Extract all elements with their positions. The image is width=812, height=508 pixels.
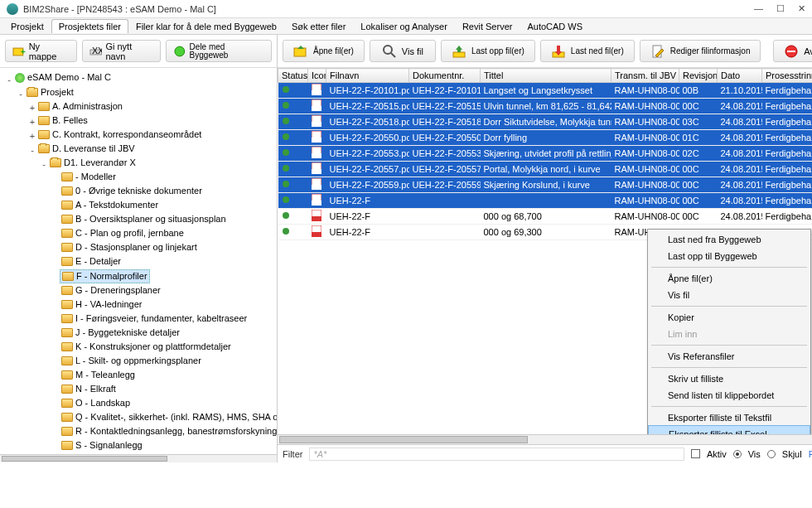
vis-radio[interactable] [733, 450, 742, 458]
download-button[interactable]: Last ned fil(er) [540, 40, 635, 62]
cell-dok: UEH-22-F-20557 [409, 162, 481, 177]
context-menu-item[interactable]: Last opp til Byggeweb [648, 248, 810, 264]
tree-node[interactable]: H - VA-ledninger [60, 298, 144, 311]
tree-node[interactable]: C. Kontrakt, korrespondanseområdet [36, 128, 203, 141]
context-menu-item[interactable]: Vis Referansfiler [648, 348, 810, 365]
tree-node[interactable]: I - Føringsveier, fundamenter, kabeltras… [60, 312, 249, 325]
context-menu-item[interactable]: Skriv ut filliste [648, 370, 810, 387]
column-header[interactable]: Filnavn [326, 69, 409, 83]
tree-node[interactable]: Q - Kvalitet-, sikkerhet- (inkl. RAMS), … [60, 411, 277, 423]
tree-node[interactable]: C - Plan og profil, jernbane [60, 227, 186, 239]
table-row[interactable]: UEH-22-F-20518.pdfUEH-22-F-20518Dorr Sik… [278, 114, 813, 130]
table-row[interactable]: UEH-22-F-20101.pdfUEH-22-F-20101Langset … [278, 83, 813, 99]
scrollbar-thumb[interactable] [279, 436, 528, 443]
column-header[interactable]: Status [278, 69, 308, 83]
table-row[interactable]: UEH-22-F-20557.pdfUEH-22-F-20557Portal, … [278, 162, 813, 177]
menu-tab[interactable]: Revit Server [455, 19, 520, 33]
expand-toggle[interactable]: - [17, 88, 25, 100]
menu-tab[interactable]: Lokaliser og Analyser [353, 19, 455, 33]
menu-tab[interactable]: Søk etter filer [284, 19, 353, 33]
column-header[interactable]: Icon [308, 69, 326, 83]
tree-node[interactable]: D - Stasjonsplaner og linjekart [60, 241, 199, 254]
expand-toggle[interactable]: - [40, 158, 48, 171]
expand-toggle[interactable]: - [28, 144, 36, 157]
context-menu-item[interactable]: Kopier [648, 309, 810, 326]
tree-node[interactable]: B. Felles [36, 114, 89, 127]
column-header[interactable]: Transm. til JBV [611, 69, 679, 83]
tree-node[interactable]: B - Oversiktsplaner og situasjonsplan [60, 213, 228, 225]
table-hscroll[interactable] [278, 434, 812, 444]
tree-root[interactable]: eSAM Demo - Mal C [13, 71, 113, 84]
cell-dok: UEH-22-F-20550 [409, 130, 481, 146]
menu-separator [651, 306, 807, 307]
table-row[interactable]: UEH-22-F-20550.pdfUEH-22-F-20550Dorr fyl… [278, 130, 813, 146]
menu-tab[interactable]: AutoCAD WS [520, 19, 590, 33]
tree-node[interactable]: N - Elkraft [60, 383, 118, 395]
cell-transm: RAM-UHN08-0088 [611, 130, 679, 146]
tree-node[interactable]: - Modeller [60, 171, 118, 183]
menu-tab[interactable]: Filer klar for å dele med Byggeweb [128, 19, 284, 33]
context-menu-item[interactable]: Eksporter filliste til Excel [648, 425, 810, 434]
column-header[interactable]: Dato [718, 69, 762, 83]
tree-node[interactable]: A - Tekstdokumenter [60, 199, 160, 211]
share-button[interactable]: Dele med Byggeweb [166, 40, 272, 62]
expand-toggle[interactable]: + [28, 116, 36, 128]
tree-node[interactable]: A. Administrasjon [36, 100, 124, 113]
tree-node[interactable]: J - Byggetekniske detaljer [60, 327, 181, 339]
column-header[interactable]: Revisjon [679, 69, 718, 83]
column-header[interactable]: Prosesstrinn [762, 69, 813, 83]
expand-toggle[interactable]: + [28, 130, 36, 143]
tree-node[interactable]: R - Kontaktledningsanlegg, banestrømsfor… [60, 425, 277, 438]
tree-node[interactable]: L - Skilt- og oppmerkingsplaner [60, 355, 203, 367]
svg-point-37 [283, 212, 289, 219]
context-menu-item[interactable]: Send listen til klippebordet [648, 387, 810, 404]
tree-node[interactable]: F - Normalprofiler [60, 269, 150, 283]
upload-button[interactable]: Last opp fil(er) [441, 40, 535, 62]
rename-button[interactable]: XXI Gi nytt navn [82, 40, 161, 62]
folder-tree[interactable]: -eSAM Demo - Mal C-Prosjekt+A. Administr… [0, 68, 277, 454]
finish-button[interactable]: Avslutt [773, 40, 812, 62]
table-row[interactable]: UEH-22-F000 og 68,700RAM-UHN08-008800C24… [278, 209, 813, 225]
view-file-button[interactable]: Vis fil [370, 40, 436, 62]
tree-node[interactable]: G - Dreneringsplaner [60, 284, 162, 297]
context-menu[interactable]: Last ned fra ByggewebLast opp til Byggew… [647, 229, 811, 434]
menu-tab[interactable]: Prosjekt [3, 19, 51, 33]
aktiv-checkbox[interactable] [691, 449, 700, 458]
tree-node[interactable]: 0 - Øvrige tekniske dokumenter [60, 185, 204, 197]
file-table[interactable]: StatusIconFilnavnDokumentnr.TittelTransm… [278, 68, 812, 240]
tree-node[interactable]: D1. Leverandør X [48, 157, 138, 169]
tree-node[interactable]: O - Landskap [60, 397, 132, 409]
context-menu-item[interactable]: Eksporter filliste til Tekstfil [648, 409, 810, 426]
folder-icon [61, 399, 73, 408]
minimize-icon[interactable]: — [754, 3, 763, 14]
filter-input[interactable]: *A* [309, 448, 684, 461]
tree-node[interactable]: D. Leveranse til JBV [36, 143, 137, 155]
new-folder-button[interactable]: + Ny mappe [5, 40, 77, 62]
table-row[interactable]: UEH-22-F-20559.pdfUEH-22-F-20559Skjæring… [278, 177, 813, 193]
context-menu-item[interactable]: Vis fil [648, 287, 810, 303]
expand-toggle[interactable]: - [5, 74, 13, 86]
tree-node[interactable]: S - Signalanlegg [60, 439, 144, 452]
expand-toggle[interactable]: + [28, 102, 36, 114]
tree-hscroll[interactable] [0, 454, 277, 462]
table-row[interactable]: UEH-22-FRAM-UHN08-008800C24.08.2015Ferdi… [278, 193, 813, 209]
table-row[interactable]: UEH-22-F-20515.pdfUEH-22-F-20515Ulvin tu… [278, 99, 813, 114]
tree-node[interactable]: M - Teleanlegg [60, 369, 137, 381]
context-menu-item[interactable]: Last ned fra Byggeweb [648, 231, 810, 248]
tree-node[interactable]: E - Detaljer [60, 255, 123, 268]
context-menu-item[interactable]: Åpne fil(er) [648, 270, 810, 287]
menu-tab[interactable]: Prosjektets filer [51, 19, 128, 33]
column-header[interactable]: Dokumentnr. [409, 69, 481, 83]
filter-result[interactable]: Filtrert 0 [809, 449, 812, 459]
edit-info-button[interactable]: Rediger filinformasjon [640, 40, 761, 62]
column-header[interactable]: Tittel [481, 69, 611, 83]
table-row[interactable]: UEH-22-F-20553.pdfUEH-22-F-20553Skjæring… [278, 146, 813, 162]
close-icon[interactable]: ✕ [798, 3, 805, 14]
maximize-icon[interactable]: ☐ [776, 3, 785, 14]
open-file-button[interactable]: Åpne fil(er) [283, 40, 365, 62]
tree-node[interactable]: Prosjekt [25, 86, 75, 99]
tree-node[interactable]: K - Konstruksjoner og plattformdetaljer [60, 341, 233, 353]
skjul-radio[interactable] [767, 450, 776, 458]
svg-point-40 [283, 228, 289, 235]
scrollbar-thumb[interactable] [2, 456, 167, 462]
